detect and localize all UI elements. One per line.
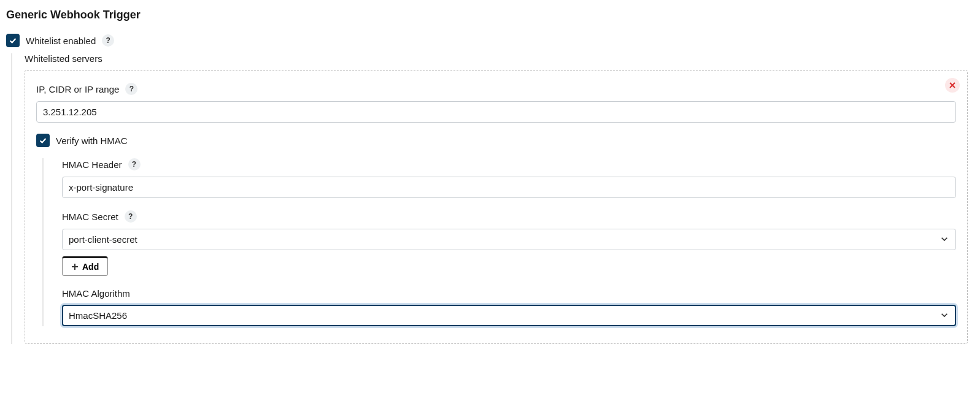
ip-input[interactable] [36,101,956,123]
hmac-header-input[interactable] [62,177,956,198]
hmac-secret-select[interactable]: port-client-secret [62,229,956,250]
whitelisted-servers-label: Whitelisted servers [25,53,974,64]
add-secret-button[interactable]: Add [62,256,108,276]
help-icon[interactable]: ? [128,158,141,170]
check-icon [9,36,17,45]
hmac-algorithm-select[interactable]: HmacSHA256 [62,305,956,326]
server-entry-box: IP, CIDR or IP range ? Verify with HMAC … [25,70,968,344]
verify-hmac-checkbox[interactable] [36,134,50,147]
whitelist-enabled-label: Whitelist enabled [26,36,96,46]
ip-field-label: IP, CIDR or IP range [36,84,119,94]
plus-icon [71,263,79,270]
hmac-header-label: HMAC Header [62,159,122,170]
remove-server-button[interactable] [945,78,960,93]
whitelist-enabled-checkbox[interactable] [6,34,20,47]
hmac-secret-label: HMAC Secret [62,212,118,222]
check-icon [39,136,47,145]
section-title: Generic Webhook Trigger [6,9,974,21]
help-icon[interactable]: ? [125,83,137,95]
help-icon[interactable]: ? [102,34,114,47]
help-icon[interactable]: ? [125,210,137,223]
add-button-label: Add [82,262,99,272]
hmac-algorithm-label: HMAC Algorithm [62,288,130,299]
close-icon [949,82,955,88]
verify-hmac-label: Verify with HMAC [56,136,128,146]
